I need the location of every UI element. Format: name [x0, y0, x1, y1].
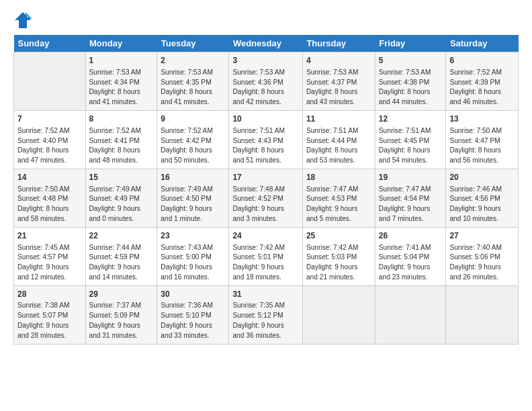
- calendar-cell: 19Sunrise: 7:47 AMSunset: 4:54 PMDayligh…: [375, 169, 446, 227]
- day-number: 12: [379, 113, 443, 125]
- calendar-cell: [446, 285, 519, 344]
- day-info: Sunrise: 7:51 AMSunset: 4:45 PMDaylight:…: [379, 126, 443, 166]
- calendar-week-3: 14Sunrise: 7:50 AMSunset: 4:48 PMDayligh…: [14, 169, 519, 227]
- day-info: Sunrise: 7:42 AMSunset: 5:01 PMDaylight:…: [232, 243, 299, 283]
- day-info: Sunrise: 7:53 AMSunset: 4:34 PMDaylight:…: [89, 68, 154, 107]
- day-info: Sunrise: 7:35 AMSunset: 5:12 PMDaylight:…: [232, 301, 299, 340]
- header-cell-sunday: Sunday: [14, 35, 86, 52]
- day-number: 25: [306, 230, 371, 242]
- header-cell-wednesday: Wednesday: [229, 35, 303, 52]
- day-number: 28: [17, 289, 82, 300]
- day-info: Sunrise: 7:37 AMSunset: 5:09 PMDaylight:…: [89, 301, 154, 340]
- day-info: Sunrise: 7:52 AMSunset: 4:42 PMDaylight:…: [161, 126, 225, 166]
- calendar-week-5: 28Sunrise: 7:38 AMSunset: 5:07 PMDayligh…: [14, 285, 519, 344]
- calendar-cell: 15Sunrise: 7:49 AMSunset: 4:49 PMDayligh…: [85, 169, 157, 227]
- day-info: Sunrise: 7:48 AMSunset: 4:52 PMDaylight:…: [232, 185, 299, 224]
- day-info: Sunrise: 7:38 AMSunset: 5:07 PMDaylight:…: [17, 301, 82, 340]
- day-number: 2: [161, 55, 225, 66]
- day-info: Sunrise: 7:46 AMSunset: 4:56 PMDaylight:…: [449, 185, 515, 224]
- day-number: 19: [379, 172, 443, 183]
- calendar-cell: [302, 285, 375, 344]
- header-row: SundayMondayTuesdayWednesdayThursdayFrid…: [14, 35, 519, 52]
- calendar-cell: 14Sunrise: 7:50 AMSunset: 4:48 PMDayligh…: [14, 169, 86, 227]
- day-info: Sunrise: 7:49 AMSunset: 4:49 PMDaylight:…: [89, 185, 154, 224]
- day-number: 13: [449, 113, 515, 125]
- day-number: 16: [161, 172, 225, 183]
- day-number: 14: [17, 172, 82, 183]
- calendar-cell: 27Sunrise: 7:40 AMSunset: 5:06 PMDayligh…: [446, 227, 519, 285]
- calendar-cell: 3Sunrise: 7:53 AMSunset: 4:36 PMDaylight…: [229, 52, 303, 111]
- day-number: 22: [89, 230, 154, 242]
- day-info: Sunrise: 7:36 AMSunset: 5:10 PMDaylight:…: [161, 301, 225, 340]
- day-number: 15: [89, 172, 154, 183]
- day-info: Sunrise: 7:45 AMSunset: 4:57 PMDaylight:…: [17, 243, 82, 283]
- day-info: Sunrise: 7:50 AMSunset: 4:48 PMDaylight:…: [17, 185, 82, 224]
- calendar-cell: 13Sunrise: 7:50 AMSunset: 4:47 PMDayligh…: [446, 110, 519, 169]
- calendar-cell: 29Sunrise: 7:37 AMSunset: 5:09 PMDayligh…: [85, 285, 157, 344]
- day-info: Sunrise: 7:47 AMSunset: 4:53 PMDaylight:…: [306, 185, 371, 224]
- header-cell-thursday: Thursday: [302, 35, 375, 52]
- calendar-cell: 30Sunrise: 7:36 AMSunset: 5:10 PMDayligh…: [157, 285, 229, 344]
- calendar-body: 1Sunrise: 7:53 AMSunset: 4:34 PMDaylight…: [14, 52, 519, 345]
- day-number: 24: [232, 230, 299, 242]
- day-number: 8: [89, 113, 154, 125]
- day-info: Sunrise: 7:51 AMSunset: 4:44 PMDaylight:…: [306, 126, 371, 166]
- day-info: Sunrise: 7:52 AMSunset: 4:40 PMDaylight:…: [17, 126, 82, 166]
- calendar-cell: 21Sunrise: 7:45 AMSunset: 4:57 PMDayligh…: [14, 227, 86, 285]
- header-cell-monday: Monday: [85, 35, 157, 52]
- day-number: 5: [379, 55, 443, 66]
- day-number: 7: [17, 113, 82, 125]
- day-number: 20: [449, 172, 515, 183]
- day-info: Sunrise: 7:43 AMSunset: 5:00 PMDaylight:…: [161, 243, 225, 283]
- day-number: 6: [449, 55, 515, 66]
- day-info: Sunrise: 7:50 AMSunset: 4:47 PMDaylight:…: [449, 126, 515, 166]
- calendar-cell: 11Sunrise: 7:51 AMSunset: 4:44 PMDayligh…: [302, 110, 375, 169]
- day-info: Sunrise: 7:53 AMSunset: 4:37 PMDaylight:…: [306, 68, 371, 107]
- day-info: Sunrise: 7:40 AMSunset: 5:06 PMDaylight:…: [449, 243, 515, 283]
- day-info: Sunrise: 7:47 AMSunset: 4:54 PMDaylight:…: [379, 185, 443, 224]
- logo-icon: [13, 11, 32, 30]
- calendar-cell: 18Sunrise: 7:47 AMSunset: 4:53 PMDayligh…: [302, 169, 375, 227]
- calendar-cell: 7Sunrise: 7:52 AMSunset: 4:40 PMDaylight…: [14, 110, 86, 169]
- calendar-header: SundayMondayTuesdayWednesdayThursdayFrid…: [14, 35, 519, 52]
- calendar-cell: 28Sunrise: 7:38 AMSunset: 5:07 PMDayligh…: [14, 285, 86, 344]
- header-cell-tuesday: Tuesday: [157, 35, 229, 52]
- logo: [13, 13, 35, 30]
- day-info: Sunrise: 7:52 AMSunset: 4:41 PMDaylight:…: [89, 126, 154, 166]
- day-info: Sunrise: 7:44 AMSunset: 4:59 PMDaylight:…: [89, 243, 154, 283]
- day-info: Sunrise: 7:53 AMSunset: 4:36 PMDaylight:…: [232, 68, 299, 107]
- calendar-cell: 20Sunrise: 7:46 AMSunset: 4:56 PMDayligh…: [446, 169, 519, 227]
- day-number: 23: [161, 230, 225, 242]
- calendar-cell: [14, 52, 86, 111]
- day-info: Sunrise: 7:52 AMSunset: 4:39 PMDaylight:…: [449, 68, 515, 107]
- day-number: 21: [17, 230, 82, 242]
- day-number: 27: [449, 230, 515, 242]
- calendar-cell: 12Sunrise: 7:51 AMSunset: 4:45 PMDayligh…: [375, 110, 446, 169]
- calendar-cell: 16Sunrise: 7:49 AMSunset: 4:50 PMDayligh…: [157, 169, 229, 227]
- calendar-cell: 23Sunrise: 7:43 AMSunset: 5:00 PMDayligh…: [157, 227, 229, 285]
- day-number: 10: [232, 113, 299, 125]
- day-info: Sunrise: 7:51 AMSunset: 4:43 PMDaylight:…: [232, 126, 299, 166]
- calendar-cell: 17Sunrise: 7:48 AMSunset: 4:52 PMDayligh…: [229, 169, 303, 227]
- day-number: 3: [232, 55, 299, 66]
- calendar-cell: 1Sunrise: 7:53 AMSunset: 4:34 PMDaylight…: [85, 52, 157, 111]
- calendar-cell: 24Sunrise: 7:42 AMSunset: 5:01 PMDayligh…: [229, 227, 303, 285]
- calendar-cell: 10Sunrise: 7:51 AMSunset: 4:43 PMDayligh…: [229, 110, 303, 169]
- day-info: Sunrise: 7:41 AMSunset: 5:04 PMDaylight:…: [379, 243, 443, 283]
- calendar-cell: [375, 285, 446, 344]
- page: SundayMondayTuesdayWednesdayThursdayFrid…: [0, 0, 532, 411]
- calendar-cell: 8Sunrise: 7:52 AMSunset: 4:41 PMDaylight…: [85, 110, 157, 169]
- day-number: 11: [306, 113, 371, 125]
- svg-marker-0: [15, 12, 31, 28]
- day-number: 4: [306, 55, 371, 66]
- day-number: 31: [232, 289, 299, 300]
- day-number: 9: [161, 113, 225, 125]
- day-number: 29: [89, 289, 154, 300]
- header-cell-saturday: Saturday: [446, 35, 519, 52]
- calendar-cell: 6Sunrise: 7:52 AMSunset: 4:39 PMDaylight…: [446, 52, 519, 111]
- day-number: 17: [232, 172, 299, 183]
- day-info: Sunrise: 7:49 AMSunset: 4:50 PMDaylight:…: [161, 185, 225, 224]
- day-number: 26: [379, 230, 443, 242]
- day-number: 1: [89, 55, 154, 66]
- day-number: 18: [306, 172, 371, 183]
